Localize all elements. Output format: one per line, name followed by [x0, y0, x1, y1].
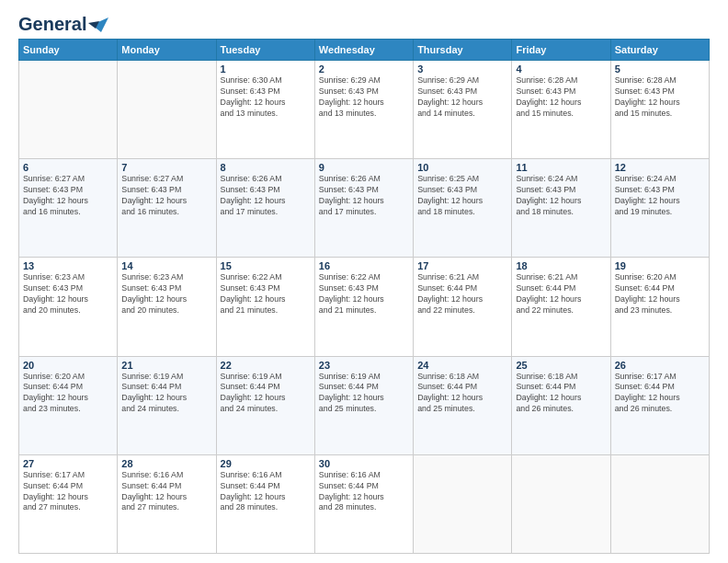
- day-info: Sunrise: 6:18 AMSunset: 6:44 PMDaylight:…: [417, 372, 507, 416]
- calendar-cell: 25Sunrise: 6:18 AMSunset: 6:44 PMDayligh…: [512, 356, 610, 454]
- day-number: 28: [121, 458, 211, 469]
- day-info: Sunrise: 6:18 AMSunset: 6:44 PMDaylight:…: [516, 372, 606, 416]
- calendar-cell: 6Sunrise: 6:27 AMSunset: 6:43 PMDaylight…: [19, 159, 118, 258]
- day-number: 21: [121, 360, 211, 371]
- logo-general: General: [18, 14, 86, 35]
- day-info: Sunrise: 6:24 AMSunset: 6:43 PMDaylight:…: [615, 174, 705, 218]
- calendar-cell: 29Sunrise: 6:16 AMSunset: 6:44 PMDayligh…: [216, 454, 314, 553]
- day-number: 12: [615, 162, 705, 173]
- day-number: 1: [221, 63, 311, 75]
- day-info: Sunrise: 6:22 AMSunset: 6:43 PMDaylight:…: [319, 272, 409, 316]
- day-number: 29: [221, 458, 311, 469]
- calendar-row-2: 13Sunrise: 6:23 AMSunset: 6:43 PMDayligh…: [19, 258, 710, 356]
- day-number: 20: [23, 360, 113, 371]
- calendar-cell: 26Sunrise: 6:17 AMSunset: 6:44 PMDayligh…: [610, 356, 709, 454]
- calendar-cell: 23Sunrise: 6:19 AMSunset: 6:44 PMDayligh…: [314, 356, 413, 454]
- day-number: 13: [23, 260, 113, 271]
- day-info: Sunrise: 6:29 AMSunset: 6:43 PMDaylight:…: [319, 75, 409, 120]
- calendar-cell: 18Sunrise: 6:21 AMSunset: 6:44 PMDayligh…: [512, 258, 610, 356]
- weekday-header-saturday: Saturday: [610, 40, 709, 61]
- day-number: 24: [417, 360, 507, 371]
- day-number: 30: [319, 458, 409, 469]
- day-number: 27: [23, 458, 113, 469]
- day-number: 11: [516, 162, 606, 173]
- calendar-cell: 16Sunrise: 6:22 AMSunset: 6:43 PMDayligh…: [314, 258, 413, 356]
- calendar-cell: 14Sunrise: 6:23 AMSunset: 6:43 PMDayligh…: [118, 258, 216, 356]
- calendar-cell: [414, 454, 512, 553]
- calendar-cell: 19Sunrise: 6:20 AMSunset: 6:44 PMDayligh…: [610, 258, 709, 356]
- logo-bird-icon: [88, 17, 108, 32]
- calendar-table: SundayMondayTuesdayWednesdayThursdayFrid…: [18, 39, 710, 554]
- calendar-cell: 7Sunrise: 6:27 AMSunset: 6:43 PMDaylight…: [118, 159, 216, 258]
- calendar-cell: 24Sunrise: 6:18 AMSunset: 6:44 PMDayligh…: [414, 356, 512, 454]
- day-info: Sunrise: 6:27 AMSunset: 6:43 PMDaylight:…: [121, 174, 211, 218]
- weekday-header-friday: Friday: [512, 40, 610, 61]
- day-number: 9: [319, 162, 409, 173]
- calendar-row-4: 27Sunrise: 6:17 AMSunset: 6:44 PMDayligh…: [19, 454, 710, 553]
- calendar-cell: 12Sunrise: 6:24 AMSunset: 6:43 PMDayligh…: [610, 159, 709, 258]
- page: General SundayMondayTuesdayWednesdayThur…: [0, 0, 728, 563]
- day-number: 5: [615, 63, 705, 75]
- calendar-cell: 28Sunrise: 6:16 AMSunset: 6:44 PMDayligh…: [118, 454, 216, 553]
- day-info: Sunrise: 6:26 AMSunset: 6:43 PMDaylight:…: [319, 174, 409, 218]
- day-info: Sunrise: 6:19 AMSunset: 6:44 PMDaylight:…: [121, 372, 211, 416]
- day-number: 26: [615, 360, 705, 371]
- day-info: Sunrise: 6:19 AMSunset: 6:44 PMDaylight:…: [221, 372, 311, 416]
- day-number: 14: [121, 260, 211, 271]
- day-info: Sunrise: 6:28 AMSunset: 6:43 PMDaylight:…: [516, 75, 606, 120]
- day-info: Sunrise: 6:28 AMSunset: 6:43 PMDaylight:…: [615, 75, 705, 120]
- weekday-header-tuesday: Tuesday: [216, 40, 314, 61]
- calendar-cell: 15Sunrise: 6:22 AMSunset: 6:43 PMDayligh…: [216, 258, 314, 356]
- logo: General: [18, 14, 108, 31]
- day-info: Sunrise: 6:21 AMSunset: 6:44 PMDaylight:…: [516, 272, 606, 316]
- calendar-cell: 17Sunrise: 6:21 AMSunset: 6:44 PMDayligh…: [414, 258, 512, 356]
- day-info: Sunrise: 6:16 AMSunset: 6:44 PMDaylight:…: [319, 470, 409, 514]
- day-info: Sunrise: 6:17 AMSunset: 6:44 PMDaylight:…: [615, 372, 705, 416]
- day-number: 3: [417, 63, 507, 75]
- day-info: Sunrise: 6:16 AMSunset: 6:44 PMDaylight:…: [221, 470, 311, 514]
- day-info: Sunrise: 6:22 AMSunset: 6:43 PMDaylight:…: [221, 272, 311, 316]
- day-number: 22: [221, 360, 311, 371]
- weekday-header-monday: Monday: [118, 40, 216, 61]
- day-info: Sunrise: 6:19 AMSunset: 6:44 PMDaylight:…: [319, 372, 409, 416]
- calendar-cell: 3Sunrise: 6:29 AMSunset: 6:43 PMDaylight…: [414, 61, 512, 159]
- calendar-cell: 8Sunrise: 6:26 AMSunset: 6:43 PMDaylight…: [216, 159, 314, 258]
- day-number: 8: [221, 162, 311, 173]
- day-number: 7: [121, 162, 211, 173]
- day-info: Sunrise: 6:29 AMSunset: 6:43 PMDaylight:…: [417, 75, 507, 120]
- day-info: Sunrise: 6:20 AMSunset: 6:44 PMDaylight:…: [23, 372, 113, 416]
- day-number: 10: [417, 162, 507, 173]
- day-number: 18: [516, 260, 606, 271]
- day-number: 2: [319, 63, 409, 75]
- calendar-cell: 30Sunrise: 6:16 AMSunset: 6:44 PMDayligh…: [314, 454, 413, 553]
- calendar-row-1: 6Sunrise: 6:27 AMSunset: 6:43 PMDaylight…: [19, 159, 710, 258]
- weekday-header-thursday: Thursday: [414, 40, 512, 61]
- calendar-cell: 13Sunrise: 6:23 AMSunset: 6:43 PMDayligh…: [19, 258, 118, 356]
- calendar-row-0: 1Sunrise: 6:30 AMSunset: 6:43 PMDaylight…: [19, 61, 710, 159]
- day-info: Sunrise: 6:24 AMSunset: 6:43 PMDaylight:…: [516, 174, 606, 218]
- calendar-cell: 22Sunrise: 6:19 AMSunset: 6:44 PMDayligh…: [216, 356, 314, 454]
- weekday-header-sunday: Sunday: [19, 40, 118, 61]
- day-info: Sunrise: 6:27 AMSunset: 6:43 PMDaylight:…: [23, 174, 113, 218]
- calendar-cell: 20Sunrise: 6:20 AMSunset: 6:44 PMDayligh…: [19, 356, 118, 454]
- calendar-row-3: 20Sunrise: 6:20 AMSunset: 6:44 PMDayligh…: [19, 356, 710, 454]
- calendar-cell: 10Sunrise: 6:25 AMSunset: 6:43 PMDayligh…: [414, 159, 512, 258]
- calendar-cell: [512, 454, 610, 553]
- weekday-header-row: SundayMondayTuesdayWednesdayThursdayFrid…: [19, 40, 710, 61]
- calendar-cell: 21Sunrise: 6:19 AMSunset: 6:44 PMDayligh…: [118, 356, 216, 454]
- day-number: 25: [516, 360, 606, 371]
- calendar-cell: [19, 61, 118, 159]
- day-number: 19: [615, 260, 705, 271]
- day-info: Sunrise: 6:25 AMSunset: 6:43 PMDaylight:…: [417, 174, 507, 218]
- calendar-cell: 2Sunrise: 6:29 AMSunset: 6:43 PMDaylight…: [314, 61, 413, 159]
- day-info: Sunrise: 6:16 AMSunset: 6:44 PMDaylight:…: [121, 470, 211, 514]
- day-info: Sunrise: 6:23 AMSunset: 6:43 PMDaylight:…: [23, 272, 113, 316]
- calendar-cell: 11Sunrise: 6:24 AMSunset: 6:43 PMDayligh…: [512, 159, 610, 258]
- day-info: Sunrise: 6:21 AMSunset: 6:44 PMDaylight:…: [417, 272, 507, 316]
- calendar-cell: 5Sunrise: 6:28 AMSunset: 6:43 PMDaylight…: [610, 61, 709, 159]
- calendar-cell: [610, 454, 709, 553]
- day-number: 17: [417, 260, 507, 271]
- day-info: Sunrise: 6:20 AMSunset: 6:44 PMDaylight:…: [615, 272, 705, 316]
- calendar-cell: 9Sunrise: 6:26 AMSunset: 6:43 PMDaylight…: [314, 159, 413, 258]
- day-info: Sunrise: 6:23 AMSunset: 6:43 PMDaylight:…: [121, 272, 211, 316]
